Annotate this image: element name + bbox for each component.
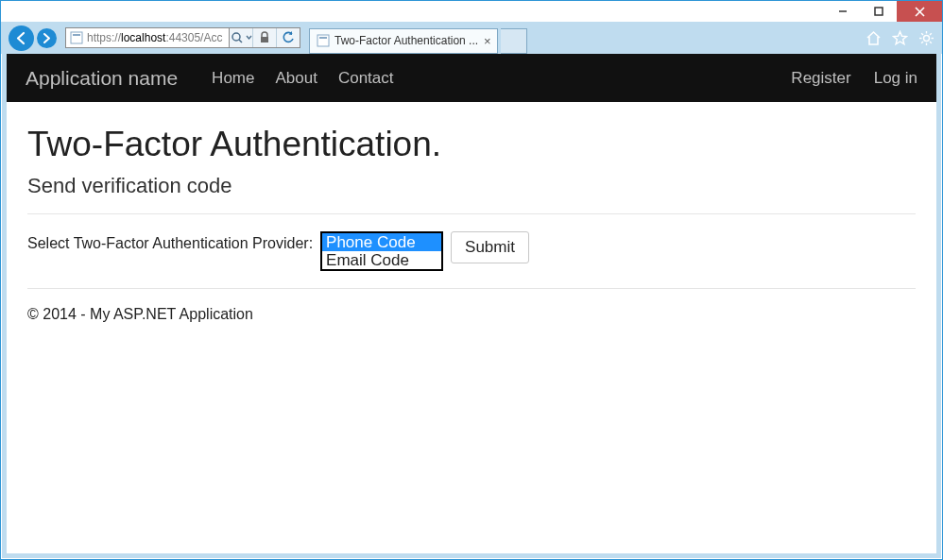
nav-home[interactable]: Home xyxy=(212,69,254,88)
arrow-left-icon xyxy=(14,31,28,45)
provider-label: Select Two-Factor Authentication Provide… xyxy=(27,231,313,252)
provider-form-row: Select Two-Factor Authentication Provide… xyxy=(27,231,916,271)
lock-button[interactable] xyxy=(252,28,276,47)
nav-login[interactable]: Log in xyxy=(874,69,917,88)
search-button[interactable] xyxy=(230,28,252,47)
gear-icon xyxy=(918,30,934,46)
favorites-button[interactable] xyxy=(891,29,908,46)
site-navbar: Application name Home About Contact Regi… xyxy=(7,54,936,102)
svg-line-19 xyxy=(921,42,923,43)
svg-rect-10 xyxy=(319,37,327,39)
refresh-icon xyxy=(282,31,295,44)
svg-line-16 xyxy=(921,33,923,35)
browser-toolbar: https://localhost:44305/Acc Two- xyxy=(1,22,942,54)
provider-option-email[interactable]: Email Code xyxy=(322,251,441,269)
page-viewport: Application name Home About Contact Regi… xyxy=(2,54,941,558)
address-bar-group: https://localhost:44305/Acc xyxy=(65,27,300,48)
page-content: Two-Factor Authentication. Send verifica… xyxy=(7,102,936,323)
nav-register[interactable]: Register xyxy=(791,69,850,88)
window-minimize-button[interactable] xyxy=(825,1,861,22)
svg-rect-8 xyxy=(261,37,268,42)
svg-rect-5 xyxy=(73,34,80,36)
address-text: https://localhost:44305/Acc xyxy=(87,31,229,44)
arrow-right-icon xyxy=(41,32,53,44)
nav-contact[interactable]: Contact xyxy=(338,69,394,88)
svg-line-7 xyxy=(239,40,242,42)
window-titlebar xyxy=(1,1,942,22)
star-icon xyxy=(892,30,908,46)
svg-line-17 xyxy=(930,42,932,43)
window-maximize-button[interactable] xyxy=(861,1,897,22)
footer-text: © 2014 - My ASP.NET Application xyxy=(27,306,916,323)
provider-select[interactable]: Phone Code Email Code xyxy=(320,231,443,271)
svg-rect-1 xyxy=(875,8,883,15)
divider xyxy=(27,213,916,214)
home-button[interactable] xyxy=(865,29,882,46)
refresh-button[interactable] xyxy=(276,28,300,47)
svg-line-18 xyxy=(930,33,932,35)
browser-tab[interactable]: Two-Factor Authentication ... × xyxy=(309,28,498,54)
address-bar[interactable]: https://localhost:44305/Acc xyxy=(65,27,230,48)
svg-point-6 xyxy=(232,33,240,41)
brand-link[interactable]: Application name xyxy=(26,67,178,90)
lock-icon xyxy=(259,31,270,44)
tab-title: Two-Factor Authentication ... xyxy=(334,34,478,47)
divider xyxy=(27,288,916,289)
forward-button[interactable] xyxy=(37,28,57,48)
provider-option-phone[interactable]: Phone Code xyxy=(322,233,441,251)
svg-rect-9 xyxy=(317,35,329,46)
home-icon xyxy=(866,30,882,46)
chevron-down-icon xyxy=(246,31,252,44)
tools-button[interactable] xyxy=(917,29,934,46)
new-tab-button[interactable] xyxy=(501,28,527,54)
nav-about[interactable]: About xyxy=(275,69,317,88)
page-favicon-icon xyxy=(69,30,84,45)
browser-window: https://localhost:44305/Acc Two- xyxy=(0,0,943,560)
page-subtitle: Send verification code xyxy=(27,174,916,198)
svg-point-11 xyxy=(923,35,929,41)
page-title: Two-Factor Authentication. xyxy=(27,125,916,164)
tab-favicon-icon xyxy=(316,33,331,48)
submit-button[interactable]: Submit xyxy=(451,231,529,263)
tab-close-button[interactable]: × xyxy=(484,34,491,48)
window-close-button[interactable] xyxy=(897,1,942,22)
search-icon xyxy=(231,31,244,44)
back-button[interactable] xyxy=(9,25,34,51)
address-controls xyxy=(230,27,300,48)
svg-rect-4 xyxy=(71,32,82,43)
